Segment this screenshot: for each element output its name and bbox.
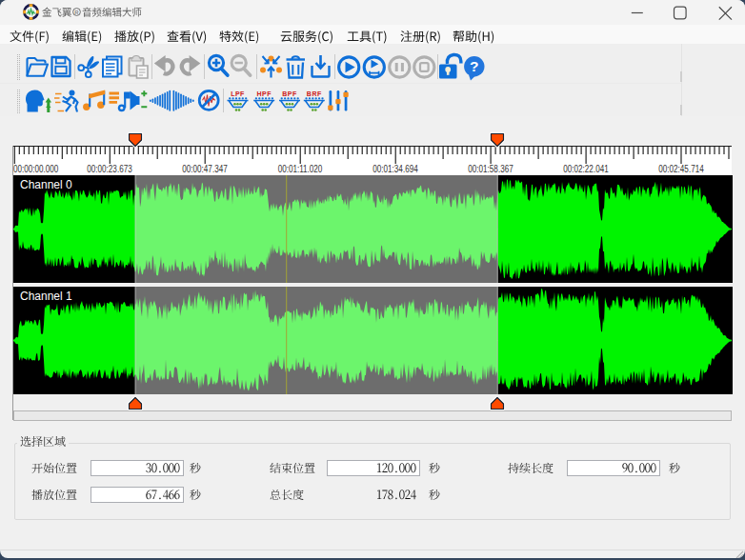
svg-text:HPF: HPF xyxy=(256,90,272,97)
svg-text:BPF: BPF xyxy=(282,90,297,97)
svg-text:Channel 1: Channel 1 xyxy=(20,290,72,303)
svg-text:LPF: LPF xyxy=(231,90,245,97)
svg-text:Channel 0: Channel 0 xyxy=(20,178,72,191)
svg-text:BRF: BRF xyxy=(307,90,322,97)
svg-text:?: ? xyxy=(470,58,478,74)
